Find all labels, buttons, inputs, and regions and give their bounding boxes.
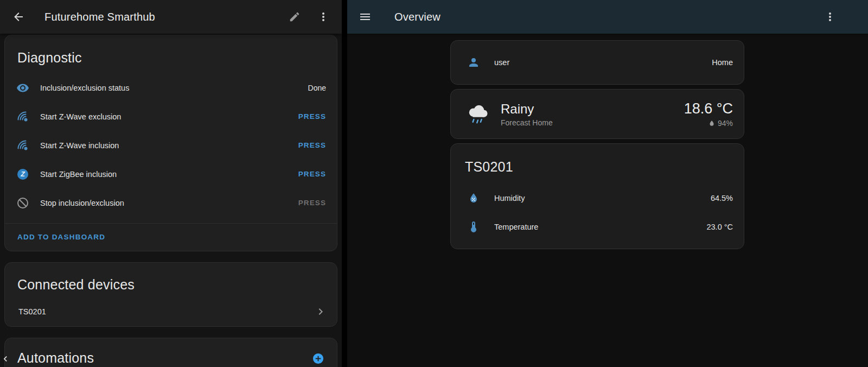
device-name: TS0201 — [18, 307, 314, 316]
edit-button[interactable] — [289, 11, 301, 23]
eye-icon — [16, 81, 29, 94]
sidebar-menu-button[interactable] — [359, 10, 372, 23]
automations-card: Automations — [4, 338, 337, 367]
screen: Futurehome Smarthub Diagnostic — [0, 0, 868, 367]
overview-title: Overview — [394, 11, 824, 23]
connected-devices-card: Connected devices TS0201 — [4, 262, 337, 327]
diagnostic-row-stop-inclusion[interactable]: Stop inclusion/exclusion PRESS — [5, 188, 337, 217]
device-page-title: Futurehome Smarthub — [44, 11, 289, 23]
diagnostic-card: Diagnostic Inclusion/exclusion status Do… — [4, 35, 337, 251]
press-button[interactable]: PRESS — [298, 141, 326, 149]
weather-temperature: 18.6 °C — [684, 100, 733, 117]
weather-rainy-icon — [465, 104, 490, 124]
hamburger-menu-icon — [359, 10, 372, 23]
device-page-panel: Futurehome Smarthub Diagnostic — [0, 0, 342, 367]
chevron-right-icon — [314, 305, 327, 318]
thermometer-icon — [467, 220, 480, 233]
row-state: Done — [308, 84, 326, 92]
automations-card-title: Automations — [17, 350, 94, 366]
row-label: Start Z-Wave exclusion — [40, 112, 298, 121]
sensor-card-title: TS0201 — [451, 159, 744, 184]
row-label: Inclusion/exclusion status — [40, 84, 308, 92]
press-button[interactable]: PRESS — [298, 170, 326, 178]
person-icon — [467, 56, 480, 69]
weather-text-block: Rainy Forecast Home — [501, 102, 684, 127]
person-state: Home — [712, 58, 733, 67]
overview-panel: Overview user Home — [347, 0, 868, 367]
humidity-icon — [467, 192, 480, 205]
dots-vertical-icon — [824, 10, 837, 23]
add-to-dashboard-button[interactable]: ADD TO DASHBOARD — [17, 233, 105, 241]
diagnostic-card-footer: ADD TO DASHBOARD — [5, 224, 337, 251]
weather-readings-block: 18.6 °C 94% — [684, 100, 733, 128]
zigbee-icon: Z — [16, 168, 29, 181]
row-label: Start ZigBee inclusion — [40, 170, 298, 179]
sensor-label: Humidity — [494, 194, 711, 203]
overview-overflow-menu-button[interactable] — [824, 10, 837, 23]
press-button-disabled: PRESS — [298, 199, 326, 207]
z-wave-icon — [16, 110, 29, 123]
weather-condition: Rainy — [501, 102, 684, 117]
pencil-icon — [289, 11, 301, 23]
sensor-entities-card: TS0201 Humidity 64.5% — [450, 143, 744, 249]
weather-humidity-row: 94% — [684, 119, 733, 128]
overview-appbar: Overview — [347, 0, 868, 34]
add-automation-button[interactable] — [312, 352, 324, 365]
overview-content: user Home — [347, 34, 868, 254]
connected-devices-title: Connected devices — [5, 263, 337, 297]
diagnostic-row-zwave-inclusion[interactable]: Start Z-Wave inclusion PRESS — [5, 131, 337, 160]
left-appbar: Futurehome Smarthub — [0, 0, 342, 34]
diagnostic-card-title: Diagnostic — [5, 35, 337, 73]
connected-device-row[interactable]: TS0201 — [5, 297, 337, 326]
row-label: Start Z-Wave inclusion — [40, 141, 298, 150]
dots-vertical-icon — [317, 10, 330, 23]
svg-text:Z: Z — [20, 170, 25, 178]
sensor-value: 23.0 °C — [706, 223, 733, 231]
weather-source: Forecast Home — [501, 118, 684, 127]
row-label: Stop inclusion/exclusion — [40, 199, 298, 207]
block-icon — [16, 197, 29, 210]
arrow-left-icon — [12, 10, 25, 23]
z-wave-icon — [16, 139, 29, 152]
plus-circle-icon — [312, 352, 324, 365]
person-name: user — [494, 58, 712, 67]
diagnostic-row-zigbee-inclusion[interactable]: Z Start ZigBee inclusion PRESS — [5, 160, 337, 188]
back-button[interactable] — [12, 10, 25, 23]
sensor-value: 64.5% — [711, 194, 733, 203]
press-button[interactable]: PRESS — [298, 112, 326, 121]
diagnostic-row-zwave-exclusion[interactable]: Start Z-Wave exclusion PRESS — [5, 102, 337, 131]
sensor-row-temperature[interactable]: Temperature 23.0 °C — [451, 212, 744, 241]
left-overflow-menu-button[interactable] — [317, 10, 330, 23]
diagnostic-row-inclusion-status[interactable]: Inclusion/exclusion status Done — [5, 73, 337, 102]
weather-forecast-card[interactable]: Rainy Forecast Home 18.6 °C 94% — [450, 89, 744, 139]
sensor-label: Temperature — [494, 223, 706, 231]
person-entity-card[interactable]: user Home — [450, 40, 744, 85]
device-page-content: Diagnostic Inclusion/exclusion status Do… — [0, 34, 342, 367]
water-droplet-icon — [708, 119, 716, 127]
corner-back-hint-icon — [0, 353, 11, 366]
sensor-row-humidity[interactable]: Humidity 64.5% — [451, 184, 744, 212]
panel-divider — [342, 0, 347, 367]
weather-humidity-value: 94% — [718, 119, 733, 128]
